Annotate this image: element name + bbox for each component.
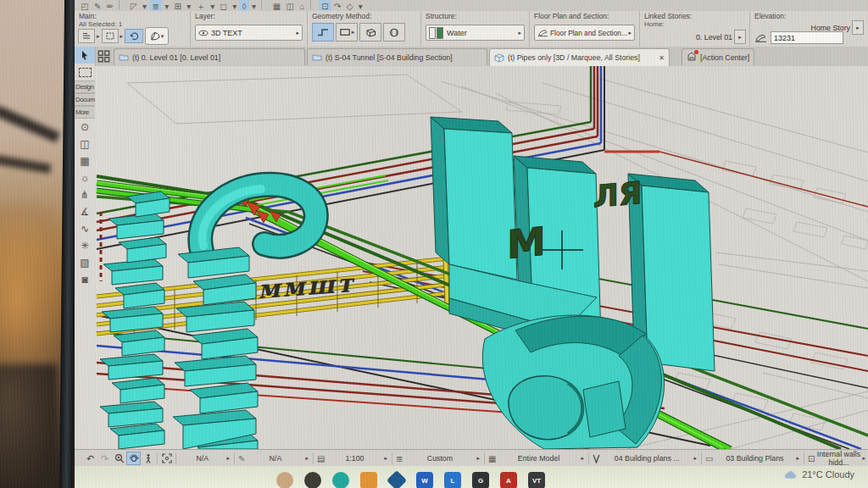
geometry-box-button[interactable]	[359, 23, 381, 42]
elevation-input[interactable]	[771, 31, 843, 44]
layout-selector[interactable]: ▭03 Building Plans▸	[704, 452, 802, 465]
taskbar-app-icon[interactable]: A	[500, 472, 517, 488]
toolbar-icon[interactable]: ▾	[249, 0, 259, 12]
taskbar-app-icon[interactable]: W	[416, 472, 433, 488]
taskbar-app-icon[interactable]	[276, 472, 293, 488]
toolbar-icon[interactable]: ＋	[194, 0, 208, 12]
photo-background	[0, 0, 66, 488]
toolbar-icon[interactable]: ◸	[128, 0, 140, 12]
floorplan-dropdown[interactable]: Floor Plan and Section... ▸	[534, 25, 635, 41]
tab-action-center[interactable]: [Action Center]	[682, 48, 754, 65]
folder-icon	[119, 53, 129, 61]
tab-pipes-only[interactable]: (t) Pipes only [3D / Marquee, All Storie…	[489, 48, 670, 66]
structure-dropdown[interactable]: Water ▸	[426, 25, 525, 41]
toolbar-icon[interactable]: ↷	[331, 0, 344, 12]
curtain-wall-tool[interactable]: ▦	[75, 152, 95, 169]
taskbar-weather[interactable]: 21°C Cloudy	[783, 469, 854, 480]
toolbar-icon[interactable]: ◻	[217, 0, 230, 12]
model-filter-selector[interactable]: ▦Entire Model▸	[487, 452, 587, 465]
toolbar-icon[interactable]: ⊡	[319, 0, 331, 12]
hotspot-tool[interactable]: ⊙	[75, 119, 95, 136]
home-story-select-button[interactable]: ▸	[734, 30, 746, 44]
spatial-shape-icon	[387, 27, 401, 38]
toolbar-icon[interactable]: ◰	[78, 0, 92, 12]
layer-dropdown[interactable]: 3D TEXT ▸	[195, 25, 303, 41]
floorplan-value: Floor Plan and Section...	[550, 29, 628, 37]
toolbar-icon[interactable]: ▾	[208, 0, 217, 12]
toolbar-icon[interactable]: ▾	[356, 0, 365, 12]
geometry-spatial-button[interactable]	[383, 23, 405, 42]
marquee-tool[interactable]	[75, 64, 95, 80]
geometry-rectangle-button[interactable]: ▸	[336, 23, 358, 42]
toolbar-icon[interactable]: ▾	[162, 0, 171, 12]
camera-icon: ◙	[81, 274, 87, 286]
taskbar-app-icon[interactable]	[304, 472, 321, 488]
arrow-tool[interactable]	[75, 47, 95, 64]
elevation-mode-button[interactable]: ▸	[852, 20, 864, 35]
tab-s04-tunnel[interactable]: (t) S-04 Tunnel [S-04 Building Section]	[307, 48, 487, 65]
viewport-3d-scene[interactable]: М ЛЯ ммшт	[95, 66, 868, 449]
dropdown-arrow-icon[interactable]: ▸	[120, 33, 124, 40]
structure-swatch-light	[429, 27, 436, 39]
dropdown-arrow-icon[interactable]: ▸	[97, 33, 100, 40]
toolbox-group-design[interactable]: Design	[75, 80, 95, 93]
figure-tool[interactable]: ▧	[75, 254, 95, 271]
object-tool[interactable]: ⋔	[75, 186, 95, 203]
dropdown-arrow-icon: ▸	[693, 455, 699, 462]
toolbar-icon[interactable]: ✏	[104, 0, 117, 12]
door-tool[interactable]: ◫	[75, 136, 95, 152]
taskbar-app-icon[interactable]	[360, 472, 377, 488]
toolbar-icon[interactable]: ≣	[149, 0, 162, 12]
toolbar-icon[interactable]: ⌂	[297, 0, 307, 12]
geometry-polyline-button[interactable]	[312, 23, 334, 42]
nav-field-2[interactable]: ✎N/A▸	[236, 452, 311, 465]
letter-stack-left-2	[173, 185, 316, 449]
elevation-icon	[754, 33, 767, 43]
taskbar-app-icon[interactable]	[387, 470, 407, 488]
toolbar-icon[interactable]: ◇	[344, 0, 356, 12]
back-button[interactable]: ↶	[83, 452, 97, 465]
dimension-tool[interactable]: ∡	[75, 203, 95, 220]
morph-shape-button[interactable]: ▾	[145, 27, 169, 45]
viewport-3d[interactable]: М ЛЯ ммшт	[95, 66, 868, 449]
camera-tool[interactable]: ◙	[75, 271, 95, 288]
tab-close-icon[interactable]: ✕	[655, 54, 665, 62]
walk-icon	[144, 453, 153, 464]
toolbar-icon[interactable]: ▾	[140, 0, 149, 12]
orbit-button[interactable]	[126, 452, 141, 465]
dropdown-arrow-icon: ▸	[476, 455, 482, 462]
renovation-filter-selector[interactable]: ⊡Internal walls hidd...▸	[806, 452, 868, 465]
nav-field-1[interactable]: N/A▸	[178, 452, 232, 465]
spline-tool[interactable]: ∿	[75, 220, 95, 237]
forward-button[interactable]: ↷	[97, 452, 112, 465]
rotate-mode-button[interactable]	[125, 29, 143, 43]
favorites-button[interactable]	[102, 29, 119, 43]
infobox-section-geometry: Geometry Method: ▸	[308, 11, 421, 47]
taskbar-app-icon[interactable]: VT	[528, 472, 545, 488]
settings-icon	[82, 32, 91, 40]
zoom-in-button[interactable]	[112, 452, 126, 465]
toolbar-icon[interactable]: ▦	[270, 0, 284, 12]
fit-in-window-button[interactable]	[159, 452, 174, 465]
toolbar-icon[interactable]: ✎	[92, 0, 104, 12]
toolbar-icon[interactable]: ⊞	[171, 0, 184, 12]
taskbar-app-icon[interactable]: G	[472, 472, 489, 488]
walk-button[interactable]	[141, 452, 155, 465]
dropdown-arrow-icon[interactable]: ▾	[161, 33, 164, 40]
tab-level-01[interactable]: (t) 0. Level 01 [0. Level 01]	[114, 48, 305, 65]
quad-view-button[interactable]	[97, 50, 111, 64]
lamp-tool[interactable]: ☼	[75, 169, 95, 186]
taskbar-app-icon[interactable]: L	[444, 472, 461, 488]
toolbar-icon[interactable]: ▾	[184, 0, 193, 12]
hotspot2-tool[interactable]: ✳	[75, 237, 95, 254]
toolbox-group-more[interactable]: More	[75, 106, 95, 119]
toolbar-icon[interactable]: ◫	[283, 0, 297, 12]
scale-selector[interactable]: ▤1:100▸	[315, 452, 390, 465]
pen-set-selector[interactable]: 04 Building plans ...▸	[591, 452, 699, 465]
toolbar-icon[interactable]: ▾	[230, 0, 239, 12]
toolbox-group-document[interactable]: Documen	[75, 93, 95, 106]
layer-combination-selector[interactable]: ≣Custom▸	[394, 452, 482, 465]
toolbar-icon[interactable]: ◊	[239, 0, 248, 12]
taskbar-app-icon[interactable]	[332, 472, 349, 488]
settings-dialog-button[interactable]	[78, 29, 95, 43]
